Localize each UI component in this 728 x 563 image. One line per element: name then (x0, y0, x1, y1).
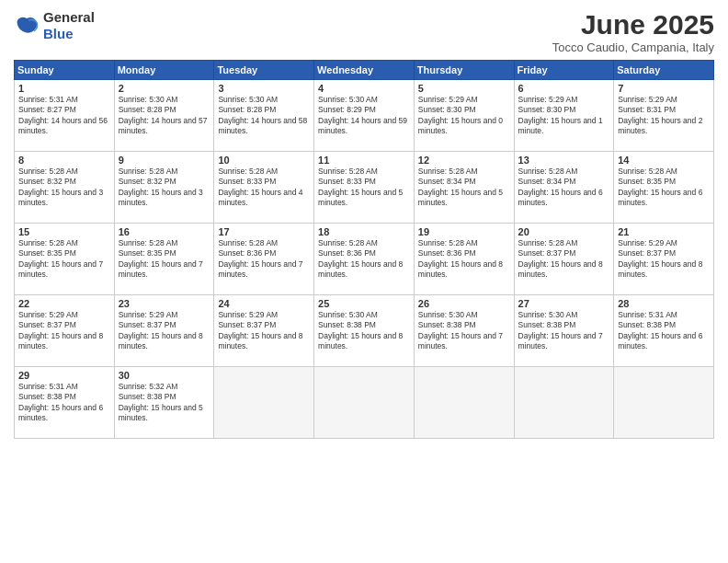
day-cell (514, 367, 614, 439)
day-cell: 9 Sunrise: 5:28 AM Sunset: 8:32 PM Dayli… (114, 152, 214, 224)
day-cell: 30 Sunrise: 5:32 AM Sunset: 8:38 PM Dayl… (114, 367, 214, 439)
header-row: SundayMondayTuesdayWednesdayThursdayFrid… (15, 61, 714, 80)
page: General Blue June 2025 Tocco Caudio, Cam… (0, 0, 728, 563)
location-subtitle: Tocco Caudio, Campania, Italy (552, 40, 714, 54)
week-row-4: 22 Sunrise: 5:29 AM Sunset: 8:37 PM Dayl… (15, 295, 714, 367)
cell-text: Sunrise: 5:29 AM Sunset: 8:31 PM Dayligh… (618, 95, 710, 137)
day-cell: 5 Sunrise: 5:29 AM Sunset: 8:30 PM Dayli… (414, 80, 514, 152)
day-cell (314, 367, 415, 439)
day-number: 11 (318, 155, 410, 166)
logo-icon (14, 16, 40, 36)
day-number: 27 (518, 298, 610, 309)
calendar-header: SundayMondayTuesdayWednesdayThursdayFrid… (15, 61, 714, 80)
day-number: 21 (618, 226, 710, 237)
day-number: 19 (418, 226, 510, 237)
cell-text: Sunrise: 5:29 AM Sunset: 8:37 PM Dayligh… (119, 310, 210, 352)
header-cell-saturday: Saturday (614, 61, 714, 80)
header-cell-friday: Friday (514, 61, 614, 80)
cell-text: Sunrise: 5:29 AM Sunset: 8:37 PM Dayligh… (618, 238, 710, 281)
day-number: 26 (418, 298, 510, 309)
day-cell: 16 Sunrise: 5:28 AM Sunset: 8:35 PM Dayl… (114, 224, 214, 295)
header-cell-monday: Monday (114, 61, 214, 80)
day-cell: 22 Sunrise: 5:29 AM Sunset: 8:37 PM Dayl… (15, 295, 115, 367)
cell-text: Sunrise: 5:28 AM Sunset: 8:34 PM Dayligh… (418, 167, 510, 209)
logo-general: General (43, 9, 95, 25)
month-title: June 2025 (552, 9, 714, 40)
calendar-table: SundayMondayTuesdayWednesdayThursdayFrid… (14, 60, 714, 439)
day-number: 29 (18, 370, 110, 381)
day-cell: 27 Sunrise: 5:30 AM Sunset: 8:38 PM Dayl… (514, 295, 614, 367)
day-number: 8 (18, 155, 110, 166)
day-number: 3 (218, 83, 310, 94)
cell-text: Sunrise: 5:32 AM Sunset: 8:38 PM Dayligh… (119, 382, 210, 424)
cell-text: Sunrise: 5:29 AM Sunset: 8:30 PM Dayligh… (418, 95, 510, 137)
day-cell: 25 Sunrise: 5:30 AM Sunset: 8:38 PM Dayl… (314, 295, 415, 367)
day-number: 28 (618, 298, 710, 309)
cell-text: Sunrise: 5:29 AM Sunset: 8:30 PM Dayligh… (518, 95, 610, 137)
cell-text: Sunrise: 5:30 AM Sunset: 8:38 PM Dayligh… (518, 310, 610, 352)
cell-text: Sunrise: 5:30 AM Sunset: 8:29 PM Dayligh… (318, 95, 410, 137)
day-cell: 14 Sunrise: 5:28 AM Sunset: 8:35 PM Dayl… (614, 152, 714, 224)
header-area: General Blue June 2025 Tocco Caudio, Cam… (14, 9, 714, 54)
cell-text: Sunrise: 5:30 AM Sunset: 8:28 PM Dayligh… (218, 95, 310, 137)
cell-text: Sunrise: 5:31 AM Sunset: 8:27 PM Dayligh… (18, 95, 110, 137)
day-number: 20 (518, 226, 610, 237)
cell-text: Sunrise: 5:29 AM Sunset: 8:37 PM Dayligh… (18, 310, 110, 352)
day-number: 16 (119, 226, 210, 237)
day-number: 14 (618, 155, 710, 166)
day-number: 10 (218, 155, 310, 166)
day-cell: 2 Sunrise: 5:30 AM Sunset: 8:28 PM Dayli… (114, 80, 214, 152)
day-number: 1 (18, 83, 110, 94)
cell-text: Sunrise: 5:28 AM Sunset: 8:34 PM Dayligh… (518, 167, 610, 209)
day-cell: 26 Sunrise: 5:30 AM Sunset: 8:38 PM Dayl… (414, 295, 514, 367)
day-cell (614, 367, 714, 439)
week-row-3: 15 Sunrise: 5:28 AM Sunset: 8:35 PM Dayl… (15, 224, 714, 295)
day-cell: 23 Sunrise: 5:29 AM Sunset: 8:37 PM Dayl… (114, 295, 214, 367)
cell-text: Sunrise: 5:30 AM Sunset: 8:38 PM Dayligh… (418, 310, 510, 352)
day-cell: 18 Sunrise: 5:28 AM Sunset: 8:36 PM Dayl… (314, 224, 415, 295)
day-cell: 20 Sunrise: 5:28 AM Sunset: 8:37 PM Dayl… (514, 224, 614, 295)
day-cell: 1 Sunrise: 5:31 AM Sunset: 8:27 PM Dayli… (15, 80, 115, 152)
cell-text: Sunrise: 5:28 AM Sunset: 8:33 PM Dayligh… (318, 167, 410, 209)
day-number: 18 (318, 226, 410, 237)
day-number: 6 (518, 83, 610, 94)
cell-text: Sunrise: 5:28 AM Sunset: 8:35 PM Dayligh… (618, 167, 710, 209)
day-cell: 13 Sunrise: 5:28 AM Sunset: 8:34 PM Dayl… (514, 152, 614, 224)
day-number: 30 (119, 370, 210, 381)
logo-text: General Blue (43, 9, 95, 42)
title-area: June 2025 Tocco Caudio, Campania, Italy (552, 9, 714, 54)
logo: General Blue (14, 9, 95, 42)
day-cell: 3 Sunrise: 5:30 AM Sunset: 8:28 PM Dayli… (214, 80, 314, 152)
header-cell-thursday: Thursday (414, 61, 514, 80)
day-cell: 24 Sunrise: 5:29 AM Sunset: 8:37 PM Dayl… (214, 295, 314, 367)
logo-blue: Blue (43, 26, 74, 41)
day-number: 9 (119, 155, 210, 166)
cell-text: Sunrise: 5:28 AM Sunset: 8:33 PM Dayligh… (218, 167, 310, 209)
cell-text: Sunrise: 5:28 AM Sunset: 8:36 PM Dayligh… (418, 238, 510, 281)
day-cell: 7 Sunrise: 5:29 AM Sunset: 8:31 PM Dayli… (614, 80, 714, 152)
week-row-5: 29 Sunrise: 5:31 AM Sunset: 8:38 PM Dayl… (15, 367, 714, 439)
cell-text: Sunrise: 5:28 AM Sunset: 8:36 PM Dayligh… (318, 238, 410, 281)
week-row-1: 1 Sunrise: 5:31 AM Sunset: 8:27 PM Dayli… (15, 80, 714, 152)
day-cell: 28 Sunrise: 5:31 AM Sunset: 8:38 PM Dayl… (614, 295, 714, 367)
day-cell: 15 Sunrise: 5:28 AM Sunset: 8:35 PM Dayl… (15, 224, 115, 295)
header-cell-sunday: Sunday (15, 61, 115, 80)
day-cell: 6 Sunrise: 5:29 AM Sunset: 8:30 PM Dayli… (514, 80, 614, 152)
day-cell: 29 Sunrise: 5:31 AM Sunset: 8:38 PM Dayl… (15, 367, 115, 439)
day-number: 22 (18, 298, 110, 309)
day-cell (414, 367, 514, 439)
day-number: 25 (318, 298, 410, 309)
day-number: 12 (418, 155, 510, 166)
cell-text: Sunrise: 5:28 AM Sunset: 8:37 PM Dayligh… (518, 238, 610, 281)
day-cell (214, 367, 314, 439)
cell-text: Sunrise: 5:28 AM Sunset: 8:32 PM Dayligh… (119, 167, 210, 209)
day-cell: 17 Sunrise: 5:28 AM Sunset: 8:36 PM Dayl… (214, 224, 314, 295)
cell-text: Sunrise: 5:30 AM Sunset: 8:38 PM Dayligh… (318, 310, 410, 352)
header-cell-wednesday: Wednesday (314, 61, 415, 80)
day-number: 2 (119, 83, 210, 94)
day-cell: 11 Sunrise: 5:28 AM Sunset: 8:33 PM Dayl… (314, 152, 415, 224)
day-cell: 8 Sunrise: 5:28 AM Sunset: 8:32 PM Dayli… (15, 152, 115, 224)
cell-text: Sunrise: 5:28 AM Sunset: 8:32 PM Dayligh… (18, 167, 110, 209)
day-cell: 21 Sunrise: 5:29 AM Sunset: 8:37 PM Dayl… (614, 224, 714, 295)
day-number: 4 (318, 83, 410, 94)
